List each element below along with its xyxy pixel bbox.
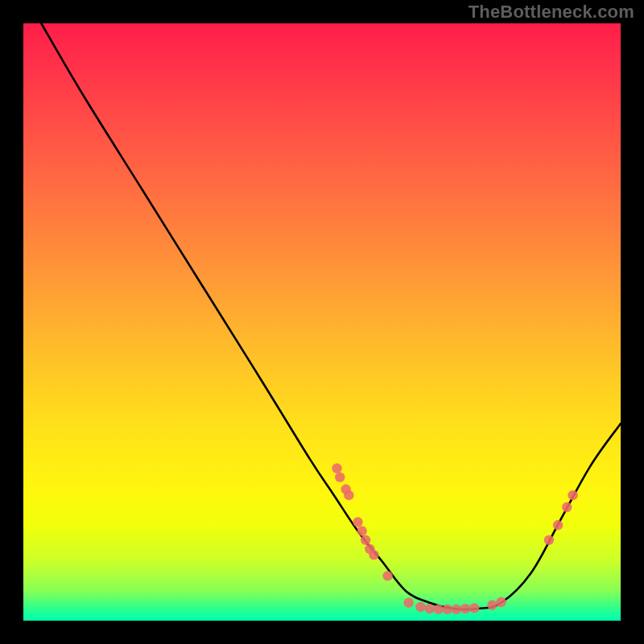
watermark-text: TheBottleneck.com (469, 2, 634, 23)
data-point (335, 473, 345, 482)
bottleneck-curve (41, 23, 621, 609)
data-point (357, 526, 367, 536)
data-markers (332, 464, 577, 615)
data-point (415, 602, 425, 612)
data-point (568, 490, 577, 500)
data-point (487, 601, 497, 610)
data-point (496, 597, 506, 607)
data-point (403, 598, 413, 608)
data-point (369, 550, 378, 559)
data-point (353, 517, 362, 526)
data-point (452, 605, 461, 614)
data-point (553, 520, 563, 530)
data-point (460, 604, 470, 613)
data-point (361, 535, 370, 545)
data-point (332, 464, 341, 473)
data-point (382, 571, 392, 580)
data-point (433, 605, 443, 614)
chart-container: TheBottleneck.com (0, 0, 644, 644)
plot-area (23, 23, 621, 621)
data-point (562, 502, 572, 512)
data-point (344, 490, 353, 500)
curve-svg (23, 23, 621, 621)
data-point (544, 535, 554, 545)
data-point (443, 605, 452, 614)
data-point (424, 604, 434, 613)
data-point (469, 603, 479, 613)
